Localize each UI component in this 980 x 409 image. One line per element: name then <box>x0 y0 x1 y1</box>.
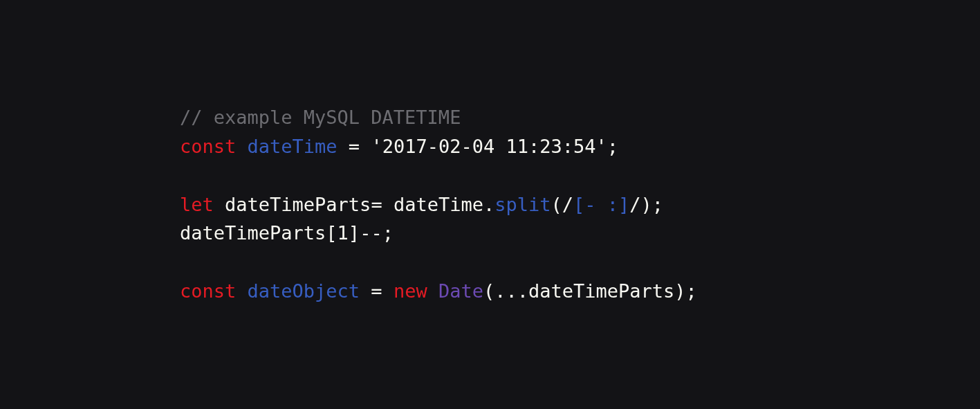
regex-char-class: [- :] <box>573 194 629 215</box>
index-number: 1 <box>338 222 349 244</box>
dot-operator: . <box>483 194 494 215</box>
equals-operator: = <box>360 280 394 302</box>
code-block: // example MySQL DATETIME const dateTime… <box>180 103 697 306</box>
object-ref: dateTime <box>394 194 483 215</box>
bracket-close: ] <box>349 222 360 244</box>
paren-open: ( <box>483 280 494 302</box>
let-keyword: let <box>180 194 214 215</box>
semicolon: ; <box>607 136 618 157</box>
code-line-7: const dateObject = new Date(...dateTimeP… <box>180 280 697 302</box>
equals-operator: = <box>338 136 371 157</box>
regex-open: / <box>562 194 573 215</box>
semicolon: ; <box>686 280 697 302</box>
semicolon: ; <box>652 194 663 215</box>
decrement-operator: -- <box>360 222 382 244</box>
paren-close: ) <box>674 280 685 302</box>
variable-name: dateObject <box>248 280 360 302</box>
string-literal: '2017-02-04 11:23:54' <box>371 136 607 157</box>
const-keyword: const <box>180 280 236 302</box>
argument-name: dateTimeParts <box>528 280 674 302</box>
spread-operator: ... <box>494 280 528 302</box>
regex-close: / <box>629 194 640 215</box>
method-name: split <box>494 194 551 215</box>
paren-close: ) <box>641 194 652 215</box>
code-line-2: const dateTime = '2017-02-04 11:23:54'; <box>180 136 618 157</box>
variable-name: dateTime <box>248 136 338 157</box>
code-line-4: let dateTimeParts= dateTime.split(/[- :]… <box>180 194 663 215</box>
variable-name: dateTimeParts <box>225 194 371 215</box>
new-keyword: new <box>394 280 427 302</box>
semicolon: ; <box>382 222 394 244</box>
equals-operator: = <box>371 194 394 215</box>
code-line-5: dateTimeParts[1]--; <box>180 222 394 244</box>
code-line-1: // example MySQL DATETIME <box>180 107 461 128</box>
paren-open: ( <box>551 194 562 215</box>
const-keyword: const <box>180 136 236 157</box>
variable-name: dateTimeParts <box>180 222 326 244</box>
class-name: Date <box>438 280 483 302</box>
bracket-open: [ <box>326 222 337 244</box>
comment-text: // example MySQL DATETIME <box>180 107 461 128</box>
